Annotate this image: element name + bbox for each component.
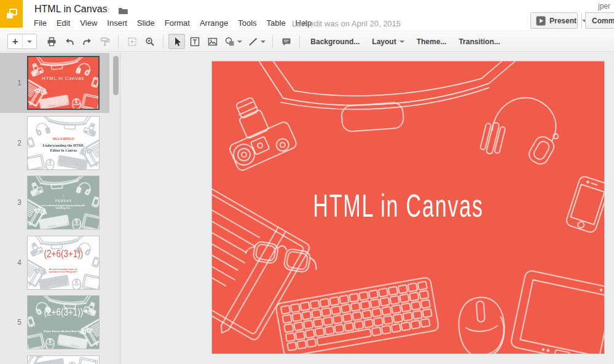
menu-item-file[interactable]: File <box>29 17 52 29</box>
present-button-group: Present <box>530 12 578 29</box>
layout-button[interactable]: Layout <box>366 34 410 49</box>
redo-icon <box>82 36 93 47</box>
comments-button[interactable]: Comments <box>585 12 614 29</box>
cursor-arrow-icon <box>171 36 183 47</box>
document-title[interactable]: HTML in Canvas <box>34 4 108 15</box>
slide-thumbnail-row-4[interactable]: 4 (2+6(3+1)) Do you remember order of op… <box>0 233 109 293</box>
slide-6-thumbnail[interactable] <box>27 355 100 364</box>
layout-label: Layout <box>372 37 396 46</box>
slide-filmstrip: 1 HTML in Canvas 2 HELLO WORLD! Understa… <box>0 53 120 364</box>
star-icon[interactable]: ☆ <box>102 4 111 15</box>
toolbar-separator <box>118 35 119 48</box>
chevron-down-icon <box>237 41 242 43</box>
text-box-icon <box>189 36 200 47</box>
last-edit-status[interactable]: Last edit was on April 20, 2015 <box>292 19 401 28</box>
app-header: HTML in Canvas ☆ FileEditViewInsertSlide… <box>0 0 614 31</box>
thumb-body: Do you remember order of operations from… <box>28 265 99 278</box>
zoom-button[interactable] <box>141 34 158 49</box>
line-icon <box>248 36 259 47</box>
shape-icon <box>224 36 235 47</box>
comment-icon <box>281 36 292 47</box>
thumb-body: Please Excuse My Dear Aunt Sally <box>28 323 99 336</box>
folder-icon[interactable] <box>118 7 128 15</box>
chevron-down-icon <box>261 41 266 43</box>
desk-line-art <box>28 356 99 364</box>
present-label: Present <box>549 17 577 25</box>
zoom-fit-icon <box>127 36 138 47</box>
slide-thumbnail-row-6[interactable]: 6 <box>0 352 109 364</box>
menu-item-format[interactable]: Format <box>160 17 195 29</box>
menu-item-edit[interactable]: Edit <box>52 17 75 29</box>
menu-bar: FileEditViewInsertSlideFormatArrangeTool… <box>29 17 317 29</box>
desk-line-art <box>28 296 99 349</box>
menu-item-table[interactable]: Table <box>262 17 291 29</box>
comments-label: Comments <box>592 17 614 25</box>
slide-thumbnail-row-5[interactable]: 5 (2+6(3+1)) Please Excuse My Dear Aunt … <box>0 292 109 352</box>
slide-thumbnail-row-2[interactable]: 2 HELLO WORLD! Understanding the HTML Ed… <box>0 113 109 173</box>
chevron-down-icon <box>399 41 404 43</box>
filmstrip-scrollbar[interactable] <box>113 56 119 95</box>
print-icon <box>46 36 57 47</box>
slide-editor-canvas[interactable]: HTML in Canvas <box>211 61 605 354</box>
magnifier-icon <box>144 36 155 47</box>
insert-shape-button[interactable] <box>222 34 244 49</box>
theme-label: Theme... <box>417 37 447 46</box>
paint-format-button[interactable] <box>96 34 113 49</box>
edit-toolbar: + <box>0 31 614 52</box>
insert-comment-button[interactable] <box>278 34 294 49</box>
slide-number: 3 <box>0 198 27 207</box>
text-box-button[interactable] <box>186 34 203 49</box>
thumb-subheading: Understanding the HTML Editor in Canvas <box>28 139 99 158</box>
select-tool-button[interactable] <box>168 34 185 49</box>
toolbar-separator <box>299 35 300 48</box>
slides-logo-glyph <box>5 7 18 21</box>
menu-item-view[interactable]: View <box>75 17 102 29</box>
slides-logo[interactable] <box>0 0 23 28</box>
image-icon <box>207 36 218 47</box>
menu-item-slide[interactable]: Slide <box>132 17 160 29</box>
insert-image-button[interactable] <box>204 34 221 49</box>
slide-4-thumbnail[interactable]: (2+6(3+1)) Do you remember order of oper… <box>27 236 100 290</box>
slide-5-thumbnail[interactable]: (2+6(3+1)) Please Excuse My Dear Aunt Sa… <box>27 295 100 349</box>
menu-item-arrange[interactable]: Arrange <box>195 17 233 29</box>
new-slide-button[interactable]: + <box>8 34 22 48</box>
slide-thumbnail-row-3[interactable]: 3 1. PEMDAS Let's understand programming… <box>0 172 109 233</box>
user-name: jper <box>598 2 610 10</box>
theme-button[interactable]: Theme... <box>411 34 453 49</box>
slide-thumbnail-row-1[interactable]: 1 HTML in Canvas <box>0 53 109 113</box>
slide-number: 1 <box>0 79 27 87</box>
slide-number: 4 <box>0 258 27 267</box>
undo-button[interactable] <box>61 34 77 49</box>
slide-3-thumbnail[interactable]: 1. PEMDAS Let's understand programming b… <box>27 176 100 230</box>
slide-canvas-area: HTML in Canvas <box>121 53 614 364</box>
toolbar-separator <box>272 35 273 48</box>
menu-item-insert[interactable]: Insert <box>102 17 132 29</box>
present-button[interactable]: Present <box>531 13 581 28</box>
paint-roller-icon <box>100 36 111 47</box>
transition-button[interactable]: Transition... <box>452 34 506 49</box>
thumb-body: Let's understand programming by starting… <box>28 201 99 213</box>
new-slide-button-group: + <box>7 34 37 49</box>
new-slide-dropdown[interactable] <box>22 34 36 48</box>
insert-line-button[interactable] <box>245 34 267 49</box>
desk-line-art <box>28 236 99 289</box>
thumb-heading: (2+6(3+1)) <box>28 306 99 319</box>
slide-number: 5 <box>0 318 27 327</box>
transition-label: Transition... <box>459 37 500 46</box>
zoom-fit-button[interactable] <box>124 34 140 49</box>
toolbar-separator <box>163 35 163 48</box>
thumb-title: HTML in Canvas <box>28 75 98 82</box>
print-button[interactable] <box>43 34 60 49</box>
background-button[interactable]: Background... <box>304 34 366 49</box>
slide-1-thumbnail[interactable]: HTML in Canvas <box>27 56 100 110</box>
menu-item-tools[interactable]: Tools <box>233 17 261 29</box>
slide-2-thumbnail[interactable]: HELLO WORLD! Understanding the HTML Edit… <box>27 116 100 170</box>
google-slides-window: HTML in Canvas ☆ FileEditViewInsertSlide… <box>0 0 614 364</box>
chevron-down-icon <box>27 41 32 43</box>
slide-number: 2 <box>0 139 27 147</box>
workspace: 1 HTML in Canvas 2 HELLO WORLD! Understa… <box>0 53 614 364</box>
redo-button[interactable] <box>79 34 95 49</box>
thumb-heading: (2+6(3+1)) <box>28 248 99 260</box>
undo-icon <box>64 36 75 47</box>
slide-title[interactable]: HTML in Canvas <box>313 188 484 223</box>
